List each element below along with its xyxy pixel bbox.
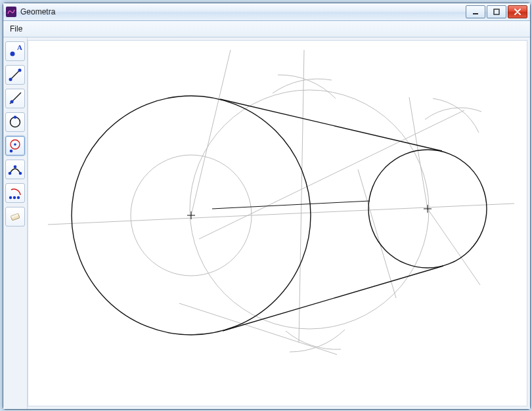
svg-line-31: [358, 169, 396, 298]
arc-3pt-icon: [8, 162, 22, 177]
svg-point-5: [9, 78, 12, 81]
svg-line-28: [199, 110, 464, 239]
minimize-icon: [472, 9, 479, 15]
menubar: File: [3, 21, 530, 37]
minimize-button[interactable]: [466, 5, 485, 18]
drawing-canvas[interactable]: [28, 40, 527, 406]
tool-circle-center-point[interactable]: [5, 136, 25, 156]
tool-arc-3pt[interactable]: [5, 160, 25, 179]
maximize-button[interactable]: [487, 5, 506, 18]
svg-line-34: [220, 99, 442, 151]
svg-point-12: [14, 143, 16, 146]
svg-line-29: [409, 97, 428, 209]
window-title: Geometra: [20, 7, 464, 16]
svg-point-8: [11, 100, 14, 104]
svg-point-23: [190, 90, 429, 329]
svg-rect-0: [473, 13, 478, 14]
svg-line-27: [299, 50, 304, 343]
eraser-icon: [8, 209, 22, 224]
svg-line-36: [212, 201, 370, 209]
svg-point-15: [14, 165, 17, 169]
tool-segment[interactable]: [5, 65, 25, 85]
circle-center-icon: [8, 139, 22, 153]
svg-rect-1: [494, 9, 499, 14]
svg-point-10: [14, 116, 17, 119]
geometry-figure: [28, 41, 527, 406]
svg-point-19: [17, 196, 20, 199]
segment-icon: [8, 68, 22, 82]
svg-line-4: [11, 70, 20, 79]
tool-palette: A: [3, 37, 28, 409]
menu-file[interactable]: File: [5, 21, 28, 37]
point-icon: A: [8, 44, 22, 58]
ray-icon: [8, 91, 22, 106]
svg-point-16: [19, 172, 22, 175]
circle-icon: [8, 115, 22, 129]
titlebar[interactable]: Geometra: [3, 3, 530, 21]
app-window: Geometra File: [3, 3, 531, 410]
svg-point-13: [10, 150, 13, 153]
maximize-icon: [493, 9, 500, 15]
svg-line-35: [223, 266, 443, 331]
svg-point-2: [11, 52, 15, 56]
svg-point-18: [13, 196, 16, 199]
arc-center-icon: [8, 186, 22, 200]
window-controls: [464, 5, 527, 18]
svg-point-17: [9, 196, 12, 199]
svg-line-25: [191, 50, 231, 215]
svg-line-24: [48, 204, 514, 225]
svg-text:A: A: [17, 44, 22, 51]
svg-point-14: [9, 172, 12, 175]
close-icon: [514, 9, 521, 15]
tool-point[interactable]: A: [5, 41, 25, 61]
close-button[interactable]: [508, 5, 527, 18]
tool-arc-center[interactable]: [5, 183, 25, 203]
tool-circle[interactable]: [5, 112, 25, 132]
client-area: A: [3, 37, 530, 409]
svg-point-6: [18, 69, 22, 72]
tool-eraser[interactable]: [5, 207, 25, 227]
app-icon: [6, 7, 16, 17]
tool-ray[interactable]: [5, 89, 25, 108]
